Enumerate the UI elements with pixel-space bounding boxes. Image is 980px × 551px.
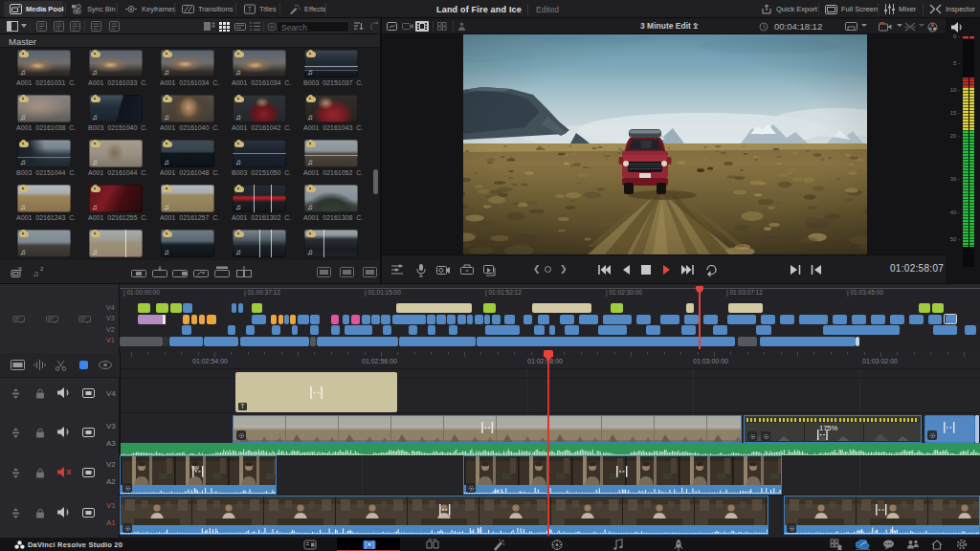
svg-text:2: 2 [40,266,44,272]
svg-text:♫: ♫ [33,269,39,278]
svg-text:T: T [248,6,253,12]
